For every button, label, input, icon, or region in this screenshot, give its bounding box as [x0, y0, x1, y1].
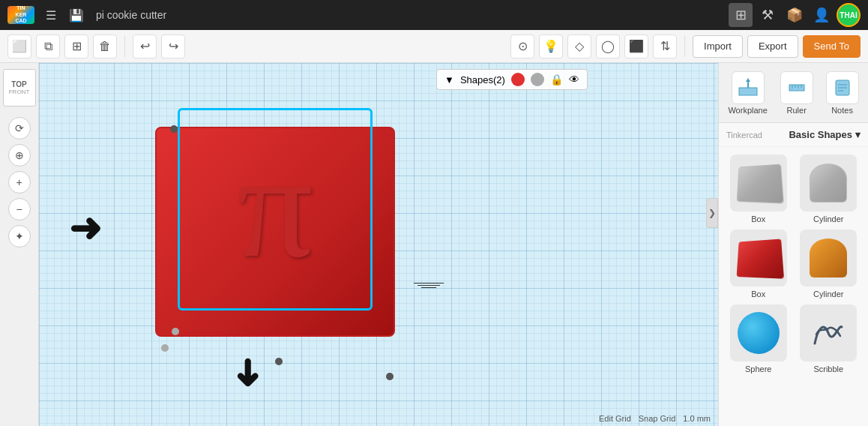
left-sidebar: TOP FRONT ⟳ ⊕ + − ✦: [0, 63, 39, 426]
circle-button[interactable]: ◯: [596, 34, 620, 58]
shapes-bar-title: Shapes(2): [460, 74, 505, 86]
redo-button[interactable]: ↪: [161, 34, 185, 58]
home-view-button[interactable]: ⟳: [8, 117, 31, 140]
shape-label-cylinder-grey: Cylinder: [813, 214, 843, 224]
avatar[interactable]: THAI: [837, 3, 861, 27]
shape-label-sphere: Sphere: [745, 364, 771, 374]
ruler-icon: [780, 71, 813, 104]
shapes-bar-triangle: ▼: [444, 74, 454, 86]
shapes-section: Tinkercad Basic Shapes ▾ Box: [719, 123, 868, 426]
right-tools: Workplane Ruler: [719, 63, 868, 123]
shape-color-solid[interactable]: [511, 73, 525, 86]
shape-cylinder-grey[interactable]: Cylinder: [797, 154, 861, 224]
arrow-up: ➜: [226, 358, 270, 389]
arrow-left: ➜: [69, 206, 102, 250]
shape-thumb-sphere-blue: [730, 304, 787, 362]
handle-bl2[interactable]: [161, 344, 169, 352]
shape-thumb-cylinder-orange: [800, 230, 857, 286]
topbar: TINKERCAD ☰ 💾 pi cookie cutter ⊞ ⚒ 📦 👤 T…: [0, 0, 868, 30]
handle-tl[interactable]: [170, 125, 178, 133]
tinkercad-logo[interactable]: TINKERCAD: [7, 6, 34, 24]
menu-button[interactable]: ☰: [42, 6, 60, 24]
shape-thumb-box-red: [730, 230, 787, 286]
sendto-button[interactable]: Send To: [803, 35, 861, 58]
shape-button[interactable]: ◇: [567, 34, 591, 58]
notes-tool[interactable]: Notes: [826, 71, 859, 115]
shape-thumb-scribble: [800, 304, 857, 362]
zoom-in-button[interactable]: +: [8, 171, 31, 194]
notes-label: Notes: [831, 106, 853, 115]
shapes-header: Tinkercad Basic Shapes ▾: [719, 123, 868, 147]
toolbar2: ⬜ ⧉ ⊞ 🗑 ↩ ↪ ⊙ 💡 ◇ ◯ ⬛ ⇅ Import Export Se…: [0, 30, 868, 63]
snap-grid-value[interactable]: 1.0 mm: [683, 414, 711, 423]
ruler-tool[interactable]: Ruler: [780, 71, 813, 115]
user-button[interactable]: 👤: [810, 3, 834, 27]
grid-view-button[interactable]: ⊞: [729, 3, 753, 27]
dimension-lines: [414, 283, 444, 288]
shape-label-scribble: Scribble: [813, 364, 843, 374]
shape-thumb-cylinder-grey: [800, 154, 857, 212]
lock-icon[interactable]: 🔒: [550, 74, 563, 86]
svg-rect-0: [739, 88, 757, 95]
sphere-blue-preview: [738, 312, 780, 354]
main-area: TOP FRONT ⟳ ⊕ + − ✦ ▼ Shapes(2) 🔒 👁 π: [0, 63, 868, 426]
shape-scribble[interactable]: Scribble: [797, 304, 861, 374]
visibility-icon[interactable]: 👁: [569, 74, 579, 86]
save-button[interactable]: 💾: [67, 6, 85, 24]
plane-button[interactable]: ⬛: [624, 34, 648, 58]
top-right-nav: ⊞ ⚒ 📦 👤 THAI: [729, 3, 861, 27]
new-shape-button[interactable]: ⬜: [7, 34, 31, 58]
copy-button[interactable]: ⧉: [36, 34, 60, 58]
delete-button[interactable]: 🗑: [93, 34, 117, 58]
shape-sphere-blue[interactable]: Sphere: [726, 304, 791, 374]
cyl-orange-preview: [810, 238, 847, 278]
shape-cylinder-orange[interactable]: Cylinder: [797, 230, 861, 298]
export-button[interactable]: Export: [747, 35, 798, 58]
canvas[interactable]: ▼ Shapes(2) 🔒 👁 π ➜: [39, 63, 718, 426]
import-button[interactable]: Import: [693, 35, 743, 58]
shapes-grid: Box Cylinder Box: [719, 147, 868, 381]
edit-grid-label[interactable]: Edit Grid: [599, 414, 631, 423]
shape-thumb-box-grey: [730, 154, 787, 212]
zoom-out-button[interactable]: −: [8, 198, 31, 220]
shape-box-grey[interactable]: Box: [726, 154, 791, 224]
toolbar2-right: ⊙ 💡 ◇ ◯ ⬛ ⇅ Import Export Send To: [510, 34, 861, 58]
fit-view-button[interactable]: ✦: [8, 225, 31, 248]
project-name: pi cookie cutter: [96, 9, 166, 21]
packages-button[interactable]: 📦: [783, 3, 807, 27]
box-grey-preview: [736, 164, 783, 203]
pi-symbol: π: [185, 112, 365, 299]
workplane-label: Workplane: [728, 106, 767, 115]
workplane-tool[interactable]: Workplane: [728, 71, 767, 115]
ruler-label: Ruler: [787, 106, 807, 115]
flip-button[interactable]: ⇅: [653, 34, 677, 58]
shapes-category: Basic Shapes: [789, 129, 852, 140]
view-cube[interactable]: TOP FRONT: [3, 69, 36, 106]
shape-label-box-grey: Box: [751, 214, 765, 224]
right-panel: Workplane Ruler: [718, 63, 868, 426]
shape-box-red[interactable]: Box: [726, 230, 791, 298]
light-button[interactable]: 💡: [539, 34, 563, 58]
panel-collapse-button[interactable]: ❯: [706, 198, 718, 228]
cyl-grey-preview: [810, 164, 847, 202]
handle-br[interactable]: [386, 373, 394, 380]
camera-button[interactable]: ⊙: [510, 34, 534, 58]
shape-label-cylinder-orange: Cylinder: [813, 290, 843, 298]
scribble-preview: [807, 312, 849, 354]
shapes-dropdown-arrow: ▾: [855, 129, 861, 140]
orbit-button[interactable]: ⊕: [8, 144, 31, 166]
handle-bc[interactable]: [275, 358, 283, 365]
handle-bl[interactable]: [172, 328, 179, 335]
svg-marker-2: [746, 78, 750, 82]
snap-grid-label: Snap Grid: [639, 414, 676, 423]
shapes-dropdown[interactable]: Basic Shapes ▾: [789, 129, 861, 140]
tools-button[interactable]: ⚒: [756, 3, 780, 27]
undo-button[interactable]: ↩: [133, 34, 157, 58]
shapes-brand: Tinkercad: [726, 130, 762, 140]
duplicate-button[interactable]: ⊞: [64, 34, 88, 58]
shape-color-hole[interactable]: [531, 73, 544, 86]
notes-icon: [826, 71, 859, 104]
box-red-preview: [736, 238, 783, 278]
separator1: [124, 36, 125, 57]
shapes-bar: ▼ Shapes(2) 🔒 👁: [436, 69, 588, 90]
